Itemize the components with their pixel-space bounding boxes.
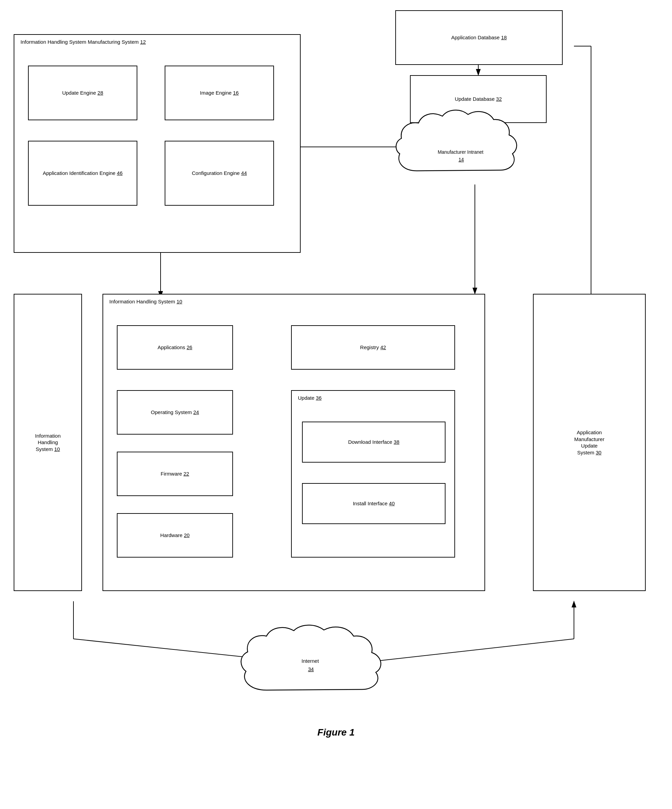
ihs-standalone-label: InformationHandlingSystem 10 xyxy=(35,433,60,453)
download-interface-label: Download Interface 38 xyxy=(348,439,399,445)
app-mfr-update-box: ApplicationManufacturerUpdateSystem 30 xyxy=(533,294,646,591)
app-id-engine-box: Application Identification Engine 46 xyxy=(28,141,137,206)
firmware-label: Firmware 22 xyxy=(161,470,189,477)
operating-system-label: Operating System 24 xyxy=(151,409,199,416)
internet-cloud: Internet 34 xyxy=(232,622,430,704)
firmware-box: Firmware 22 xyxy=(117,451,233,496)
manufacturer-intranet-cloud: Manufacturer Intranet 14 xyxy=(390,106,533,195)
ihs-manufacturing-container: Information Handling System Manufacturin… xyxy=(13,34,301,253)
registry-box: Registry 42 xyxy=(291,325,455,370)
app-id-engine-label: Application Identification Engine 46 xyxy=(43,170,123,176)
config-engine-label: Configuration Engine 44 xyxy=(192,170,247,176)
install-interface-box: Install Interface 40 xyxy=(302,483,445,524)
ihs-standalone-box: InformationHandlingSystem 10 xyxy=(13,294,82,591)
update-engine-box: Update Engine 28 xyxy=(28,65,137,120)
registry-label: Registry 42 xyxy=(360,344,386,351)
figure-label: Figure 1 xyxy=(318,727,354,738)
image-engine-label: Image Engine 16 xyxy=(200,89,239,96)
application-database-label: Application Database 18 xyxy=(451,34,507,41)
diagram: Application Database 18 Update Database … xyxy=(0,0,672,752)
ihs-manufacturing-label: Information Handling System Manufacturin… xyxy=(20,39,146,45)
application-database-box: Application Database 18 xyxy=(395,10,563,65)
operating-system-box: Operating System 24 xyxy=(117,390,233,435)
app-mfr-update-label: ApplicationManufacturerUpdateSystem 30 xyxy=(574,429,604,456)
applications-label: Applications 26 xyxy=(158,344,192,351)
ihs-main-label: Information Handling System 10 xyxy=(109,299,182,304)
config-engine-box: Configuration Engine 44 xyxy=(165,141,274,206)
update-container: Update 36 Download Interface 38 Install … xyxy=(291,390,455,557)
update-engine-label: Update Engine 28 xyxy=(62,89,103,96)
update-database-label: Update Database 32 xyxy=(455,96,502,102)
hardware-box: Hardware 20 xyxy=(117,513,233,557)
install-interface-label: Install Interface 40 xyxy=(353,500,395,507)
ihs-main-container: Information Handling System 10 Applicati… xyxy=(102,294,485,591)
image-engine-box: Image Engine 16 xyxy=(165,65,274,120)
applications-box: Applications 26 xyxy=(117,325,233,370)
hardware-label: Hardware 20 xyxy=(160,532,190,539)
download-interface-box: Download Interface 38 xyxy=(302,421,445,463)
update-label: Update 36 xyxy=(298,395,321,401)
